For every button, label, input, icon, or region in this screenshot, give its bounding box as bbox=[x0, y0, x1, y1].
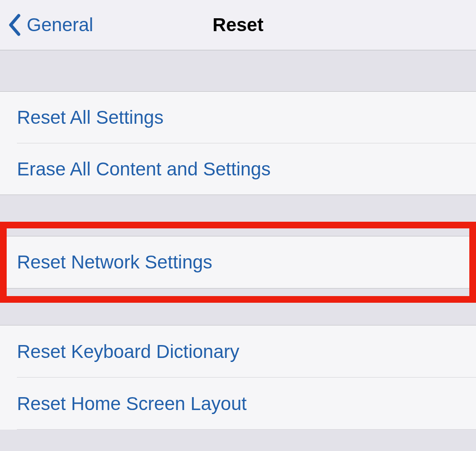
section-spacer bbox=[7, 228, 469, 236]
navigation-bar: General Reset bbox=[0, 0, 476, 50]
section-spacer bbox=[0, 50, 476, 92]
reset-network-settings-button[interactable]: Reset Network Settings bbox=[7, 236, 469, 288]
reset-keyboard-dictionary-button[interactable]: Reset Keyboard Dictionary bbox=[0, 325, 476, 378]
list-item-label: Reset Network Settings bbox=[17, 252, 212, 273]
list-item-label: Erase All Content and Settings bbox=[17, 158, 271, 180]
highlighted-section: Reset Network Settings bbox=[0, 222, 476, 303]
list-item-label: Reset All Settings bbox=[17, 107, 163, 128]
section-spacer bbox=[7, 288, 469, 296]
back-button[interactable]: General bbox=[0, 14, 93, 36]
section-spacer bbox=[0, 195, 476, 222]
section-spacer bbox=[0, 303, 476, 325]
list-item-label: Reset Keyboard Dictionary bbox=[17, 341, 240, 362]
back-label: General bbox=[27, 14, 93, 36]
reset-group-1: Reset All Settings Erase All Content and… bbox=[0, 92, 476, 195]
reset-group-3: Reset Keyboard Dictionary Reset Home Scr… bbox=[0, 325, 476, 430]
page-title: Reset bbox=[212, 14, 263, 36]
list-item-label: Reset Home Screen Layout bbox=[17, 393, 247, 414]
erase-all-content-button[interactable]: Erase All Content and Settings bbox=[0, 143, 476, 195]
reset-all-settings-button[interactable]: Reset All Settings bbox=[0, 92, 476, 143]
chevron-left-icon bbox=[8, 14, 21, 36]
reset-home-screen-layout-button[interactable]: Reset Home Screen Layout bbox=[0, 378, 476, 430]
